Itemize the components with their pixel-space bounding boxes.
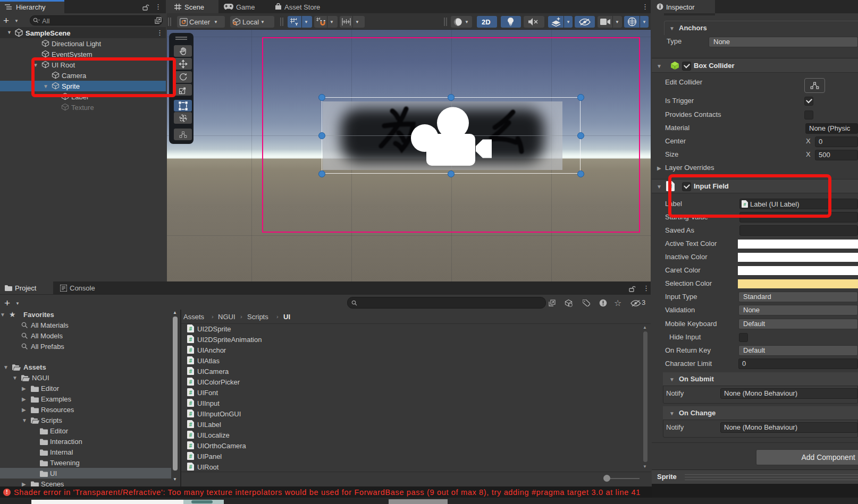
svg-text:#: # [189, 369, 192, 374]
svg-text:#: # [189, 379, 192, 385]
svg-text:#: # [189, 422, 192, 428]
svg-text:#: # [189, 464, 192, 470]
svg-text:#: # [189, 326, 192, 332]
svg-text:#: # [189, 411, 192, 417]
svg-text:#: # [189, 347, 192, 353]
svg-text:#: # [189, 337, 192, 343]
svg-text:#: # [189, 400, 192, 406]
svg-text:#: # [189, 454, 192, 459]
svg-text:Y: Y [295, 22, 298, 26]
svg-text:#: # [189, 390, 192, 396]
svg-text:#: # [189, 432, 192, 438]
svg-text:#: # [189, 358, 192, 364]
svg-text:#: # [189, 443, 192, 449]
